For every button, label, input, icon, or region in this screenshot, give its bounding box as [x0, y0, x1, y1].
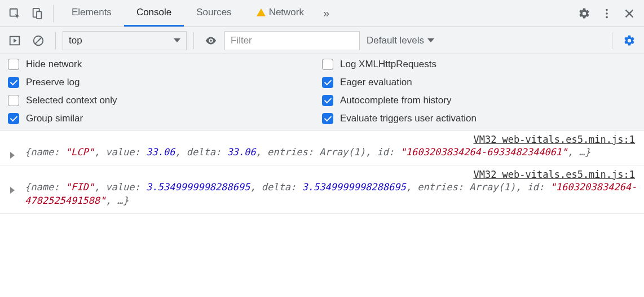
kebab-menu-icon[interactable] [597, 3, 617, 24]
console-message: VM32 web-vitals.es5.min.js:1{name: "FID"… [0, 165, 644, 214]
checkbox-icon [322, 59, 333, 70]
setting-label: Evaluate triggers user activation [340, 113, 477, 124]
setting-option[interactable]: Hide network [8, 59, 322, 70]
svg-point-3 [606, 8, 608, 11]
setting-option[interactable]: Selected context only [8, 95, 322, 106]
chevron-down-icon [427, 38, 434, 42]
tab-console[interactable]: Console [124, 0, 184, 27]
svg-point-4 [606, 12, 608, 15]
console-settings-gear-icon[interactable] [619, 30, 639, 51]
checkbox-icon [8, 95, 19, 106]
device-toolbar-icon[interactable] [27, 3, 47, 24]
devtools-tabstrip: Elements Console Sources Network » [0, 0, 644, 27]
setting-label: Preserve log [26, 77, 80, 88]
disclosure-triangle-icon[interactable] [10, 152, 15, 159]
setting-label: Eager evaluation [340, 77, 412, 88]
message-source-link[interactable]: VM32 web-vitals.es5.min.js:1 [9, 169, 638, 180]
svg-rect-2 [37, 11, 41, 19]
inspect-element-icon[interactable] [5, 3, 25, 24]
checkbox-icon [322, 113, 333, 124]
setting-option[interactable]: Group similar [8, 113, 322, 124]
live-expression-icon[interactable] [201, 30, 221, 51]
log-levels-selector[interactable]: Default levels [363, 35, 438, 46]
svg-point-8 [210, 40, 212, 42]
tab-sources[interactable]: Sources [184, 0, 244, 27]
divider [193, 32, 194, 49]
context-selector[interactable]: top [63, 31, 187, 50]
setting-option[interactable]: Preserve log [8, 77, 322, 88]
message-object[interactable]: {name: "FID", value: 3.5349999998288695,… [9, 180, 638, 208]
checkbox-icon [322, 77, 333, 88]
console-toolbar: top Default levels [0, 27, 644, 54]
toggle-sidebar-icon[interactable] [5, 30, 25, 51]
clear-console-icon[interactable] [28, 30, 48, 51]
checkbox-icon [8, 77, 19, 88]
checkbox-icon [8, 113, 19, 124]
setting-label: Hide network [26, 59, 82, 70]
setting-option[interactable]: Log XMLHttpRequests [322, 59, 636, 70]
panel-tabs: Elements Console Sources Network [59, 0, 316, 27]
warning-icon [257, 8, 266, 16]
divider [55, 32, 56, 49]
tab-network[interactable]: Network [244, 0, 316, 27]
tab-elements[interactable]: Elements [59, 0, 124, 27]
checkbox-icon [8, 59, 19, 70]
setting-option[interactable]: Autocomplete from history [322, 95, 636, 106]
message-source-link[interactable]: VM32 web-vitals.es5.min.js:1 [9, 134, 638, 145]
more-tabs-button[interactable]: » [319, 7, 334, 20]
svg-point-5 [606, 16, 608, 18]
setting-label: Log XMLHttpRequests [340, 59, 436, 70]
divider [612, 32, 612, 49]
close-icon[interactable] [619, 3, 639, 24]
setting-label: Group similar [26, 113, 83, 124]
chevron-down-icon [174, 38, 180, 42]
context-selector-value: top [69, 35, 82, 46]
checkbox-icon [322, 95, 333, 106]
console-message: VM32 web-vitals.es5.min.js:1{name: "LCP"… [0, 130, 644, 165]
setting-option[interactable]: Eager evaluation [322, 77, 636, 88]
divider [53, 5, 54, 22]
filter-input[interactable] [224, 31, 360, 50]
console-messages: VM32 web-vitals.es5.min.js:1{name: "LCP"… [0, 130, 644, 214]
disclosure-triangle-icon[interactable] [10, 187, 15, 194]
setting-label: Autocomplete from history [340, 95, 451, 106]
settings-gear-icon[interactable] [574, 3, 594, 24]
message-object[interactable]: {name: "LCP", value: 33.06, delta: 33.06… [9, 145, 638, 159]
setting-label: Selected context only [26, 95, 117, 106]
setting-option[interactable]: Evaluate triggers user activation [322, 113, 636, 124]
console-settings-panel: Hide networkLog XMLHttpRequestsPreserve … [0, 54, 644, 130]
